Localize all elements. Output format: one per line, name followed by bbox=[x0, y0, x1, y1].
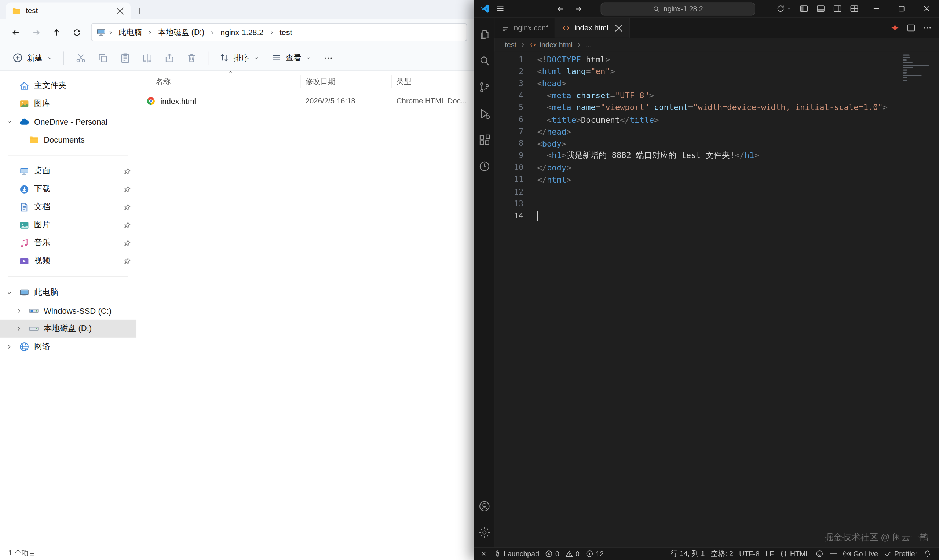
more-options-button[interactable] bbox=[318, 48, 339, 68]
activity-search[interactable] bbox=[474, 48, 495, 74]
refresh-button[interactable] bbox=[67, 23, 86, 42]
breadcrumb-segment[interactable]: test bbox=[505, 40, 517, 49]
extension-spark-icon[interactable] bbox=[891, 23, 899, 32]
chevron-right-icon[interactable] bbox=[13, 307, 24, 314]
new-tab-button[interactable] bbox=[131, 3, 148, 19]
column-header[interactable]: 修改日期 bbox=[301, 75, 392, 88]
activity-timeline[interactable] bbox=[474, 153, 495, 180]
copy-icon bbox=[97, 52, 108, 63]
column-header[interactable]: 类型 bbox=[392, 75, 470, 88]
chevron-down-icon[interactable] bbox=[4, 118, 14, 125]
sidebar-item[interactable]: OneDrive - Personal bbox=[0, 112, 136, 131]
breadcrumb-segment[interactable]: test bbox=[276, 26, 296, 38]
toggle-secondary-sidebar-button[interactable] bbox=[830, 2, 845, 16]
sidebar-item[interactable]: 网络 bbox=[0, 337, 136, 355]
chevron-right-icon[interactable] bbox=[4, 343, 14, 350]
sidebar-item-label: OneDrive - Personal bbox=[34, 117, 108, 126]
cut-button[interactable] bbox=[69, 48, 91, 68]
forward-button[interactable] bbox=[26, 23, 45, 42]
activity-settings-gear[interactable] bbox=[474, 519, 495, 546]
breadcrumb[interactable]: 此电脑本地磁盘 (D:)nginx-1.28.2test bbox=[91, 23, 467, 42]
command-center-search[interactable]: nginx-1.28.2 bbox=[601, 2, 755, 15]
sidebar-item[interactable]: 主文件夹 bbox=[0, 77, 136, 95]
chevron-down-icon bbox=[786, 6, 792, 11]
editor-breadcrumb[interactable]: testindex.html... bbox=[495, 38, 939, 52]
new-button[interactable]: 新建 bbox=[7, 49, 58, 67]
breadcrumb-segment[interactable]: index.html bbox=[540, 40, 572, 49]
sidebar-item[interactable]: 桌面 bbox=[0, 162, 136, 180]
paste-button[interactable] bbox=[114, 48, 136, 68]
sidebar-item[interactable]: 此电脑 bbox=[0, 284, 136, 302]
breadcrumb-segment[interactable]: nginx-1.28.2 bbox=[217, 26, 267, 38]
sidebar-item[interactable]: Windows-SSD (C:) bbox=[0, 302, 136, 320]
line-number: 5 bbox=[495, 103, 523, 112]
more-actions-icon[interactable] bbox=[923, 23, 932, 32]
file-row[interactable]: index.html2026/2/5 16:18Chrome HTML Doc.… bbox=[140, 92, 474, 110]
trash-button[interactable] bbox=[180, 48, 202, 68]
breadcrumb-segment[interactable]: 此电脑 bbox=[115, 25, 145, 40]
paste-icon bbox=[120, 52, 130, 63]
sidebar-item[interactable]: 下载 bbox=[0, 180, 136, 198]
status-bell[interactable] bbox=[920, 547, 934, 560]
sidebar-item[interactable]: 本地磁盘 (D:) bbox=[0, 320, 136, 337]
status-smiley[interactable] bbox=[813, 547, 826, 560]
status-prettier[interactable]: Prettier bbox=[881, 547, 920, 560]
status-go-live[interactable]: Go Live bbox=[840, 547, 881, 560]
activity-source-control[interactable] bbox=[474, 74, 495, 100]
maximize-button[interactable] bbox=[889, 0, 914, 18]
status-0[interactable]: 0 bbox=[542, 547, 562, 560]
toggle-sidebar-button[interactable] bbox=[796, 2, 811, 16]
status-行-14-列-1[interactable]: 行 14, 列 1 bbox=[668, 547, 708, 560]
editor-tab[interactable]: nginx.conf bbox=[495, 18, 555, 38]
breadcrumb-segment[interactable]: ... bbox=[586, 40, 592, 49]
activity-explorer[interactable] bbox=[474, 22, 495, 48]
share-button[interactable] bbox=[158, 48, 180, 68]
up-arrow-icon bbox=[52, 28, 60, 37]
activity-account[interactable] bbox=[474, 493, 495, 519]
history-back-icon[interactable] bbox=[557, 5, 565, 13]
minimize-button[interactable] bbox=[863, 0, 889, 18]
copy-button[interactable] bbox=[92, 48, 114, 68]
close-button[interactable] bbox=[914, 0, 939, 18]
activity-run-debug[interactable] bbox=[474, 100, 495, 127]
toggle-panel-button[interactable] bbox=[813, 2, 828, 16]
sidebar-item[interactable]: Documents bbox=[0, 131, 136, 148]
sidebar-item[interactable]: 图片 bbox=[0, 216, 136, 234]
sync-button[interactable] bbox=[773, 2, 795, 16]
minimap[interactable] bbox=[903, 55, 931, 90]
column-header[interactable]: 名称 bbox=[140, 75, 301, 88]
sidebar-item[interactable]: 图库 bbox=[0, 95, 136, 112]
status-html[interactable]: HTML bbox=[777, 547, 813, 560]
status-launchpad[interactable]: Launchpad bbox=[490, 547, 542, 560]
breadcrumb-segment[interactable]: 本地磁盘 (D:) bbox=[154, 25, 208, 40]
status-0[interactable]: 0 bbox=[562, 547, 583, 560]
menu-icon[interactable] bbox=[496, 4, 505, 13]
sidebar-item[interactable]: 音乐 bbox=[0, 234, 136, 252]
sort-button[interactable]: 排序 bbox=[214, 49, 265, 67]
chevron-right-icon[interactable] bbox=[13, 325, 24, 332]
sidebar-item-label: 文档 bbox=[34, 202, 50, 212]
code-editor[interactable]: 1<!DOCTYPE html>2<html lang="en">3<head>… bbox=[495, 51, 939, 547]
desktop-icon bbox=[19, 166, 29, 176]
rename-button[interactable] bbox=[136, 48, 158, 68]
chevron-down-icon[interactable] bbox=[4, 289, 14, 296]
back-button[interactable] bbox=[6, 23, 25, 42]
sidebar-item[interactable]: 视频 bbox=[0, 252, 136, 270]
status-remote[interactable] bbox=[477, 547, 491, 560]
explorer-tab[interactable]: test bbox=[6, 3, 131, 19]
tab-close-icon[interactable] bbox=[614, 23, 623, 32]
sidebar-item[interactable]: 文档 bbox=[0, 198, 136, 216]
split-editor-icon[interactable] bbox=[907, 23, 916, 32]
status-utf-8[interactable]: UTF-8 bbox=[736, 547, 763, 560]
editor-tab[interactable]: index.html bbox=[555, 18, 630, 38]
activity-extensions[interactable] bbox=[474, 127, 495, 153]
status-12[interactable]: 12 bbox=[583, 547, 607, 560]
customize-layout-button[interactable] bbox=[847, 2, 862, 16]
history-forward-icon[interactable] bbox=[574, 5, 583, 13]
status-lf[interactable]: LF bbox=[763, 547, 777, 560]
tab-close-icon[interactable] bbox=[116, 6, 124, 15]
status-空格-2[interactable]: 空格: 2 bbox=[708, 547, 736, 560]
view-button[interactable]: 查看 bbox=[266, 49, 317, 67]
status-dashic[interactable] bbox=[826, 547, 840, 560]
up-button[interactable] bbox=[46, 23, 66, 42]
